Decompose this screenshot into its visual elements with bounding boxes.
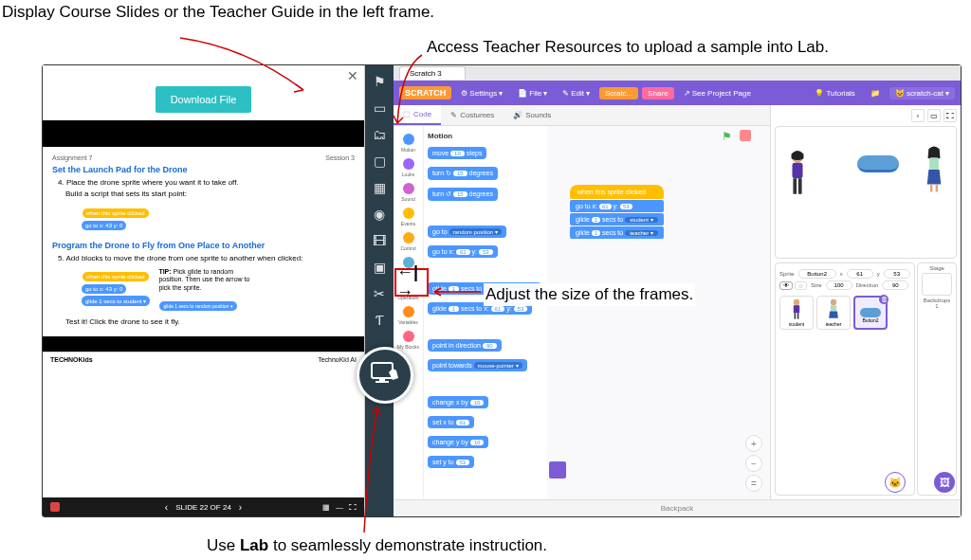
palette-block[interactable]: change y by 10 <box>428 436 488 448</box>
sprite-thumb-Button2[interactable]: 🗑Button2 <box>853 296 888 330</box>
scratch-logo: SCRATCH <box>399 86 451 99</box>
stage-full-button[interactable]: ⛶ <box>944 109 957 122</box>
backpack-bar[interactable]: Backpack 🐱 🖼 <box>394 499 961 516</box>
share-button[interactable]: Share <box>642 87 673 99</box>
category-variables[interactable] <box>403 306 414 317</box>
guide-heading-2: Program the Drone to Fly from One Place … <box>52 241 355 250</box>
palette-block[interactable]: point towards mouse-pointer ▾ <box>428 359 527 371</box>
tab-scratch[interactable]: Scratch 3 <box>399 66 466 80</box>
sprite-size-input[interactable] <box>826 280 852 290</box>
svg-rect-11 <box>797 313 799 318</box>
extensions-button[interactable] <box>549 461 566 479</box>
svg-point-8 <box>794 299 799 305</box>
fullscreen-icon[interactable]: ⛶ <box>349 503 357 512</box>
file-menu[interactable]: 📄 File ▾ <box>512 87 553 99</box>
stage-large-button[interactable]: ▭ <box>927 109 941 122</box>
category-motion[interactable] <box>403 134 414 145</box>
category-events[interactable] <box>403 208 414 219</box>
guide-black-bar <box>43 120 364 147</box>
slide-grid-icon[interactable]: ▦ <box>322 503 330 512</box>
rail-resources-icon[interactable]: 🗂 <box>367 122 392 147</box>
prev-slide-button[interactable]: ‹ <box>165 502 168 513</box>
palette-block[interactable]: point in direction 90 <box>428 339 502 352</box>
palette-block[interactable]: change x by 10 <box>428 396 488 408</box>
rail-media-icon[interactable]: ▣ <box>367 255 392 280</box>
script-block[interactable]: glide 1 secs to student ▾ <box>570 213 664 226</box>
category-looks[interactable] <box>403 158 414 170</box>
script-block[interactable]: go to x: 61 y: 53 <box>570 200 664 212</box>
zoom-in-button[interactable]: + <box>745 435 762 452</box>
palette-block[interactable]: move 10 steps <box>428 147 486 159</box>
svg-rect-13 <box>831 305 836 311</box>
svg-rect-5 <box>929 157 939 170</box>
palette-block[interactable]: turn ↺ 15 degrees <box>428 188 498 201</box>
palette-block[interactable]: set y to 53 <box>428 456 474 468</box>
palette-category-header: Motion <box>428 132 543 140</box>
sprite-thumb-student[interactable]: student <box>779 296 814 330</box>
zoom-out-button[interactable]: − <box>745 455 762 472</box>
rail-snip-icon[interactable]: ✂ <box>367 281 392 306</box>
tab-code[interactable]: ⬚Code <box>394 105 441 125</box>
sprite-thumb-teacher[interactable]: teacher <box>816 296 851 330</box>
folder-button[interactable]: 📁 <box>865 87 886 99</box>
next-slide-button[interactable]: › <box>239 502 242 513</box>
stage-preview[interactable] <box>775 126 957 259</box>
frame-resize-handle[interactable]: ←|→ <box>394 268 429 297</box>
script-stack[interactable]: when this sprite clicked go to x: 61 y: … <box>570 185 664 239</box>
sprite-student-on-stage[interactable] <box>787 150 808 202</box>
tutorials-button[interactable]: 💡 Tutorials <box>809 87 860 99</box>
palette-block[interactable]: go to random position ▾ <box>428 226 506 238</box>
rail-calc-icon[interactable]: ▦ <box>367 175 392 200</box>
slide-thumb-icon[interactable] <box>50 502 60 512</box>
show-toggle[interactable]: 👁⊘ <box>779 281 807 290</box>
stage-column: ▫ ▭ ⛶ Sprite x <box>771 105 961 499</box>
project-name-field[interactable]: Scratc... <box>599 87 638 99</box>
category-my blocks[interactable] <box>403 331 414 342</box>
sprite-name-input[interactable] <box>798 269 836 279</box>
svg-rect-15 <box>379 378 385 381</box>
block-when-sprite-clicked[interactable]: when this sprite clicked <box>570 185 664 199</box>
minimize-icon[interactable]: — <box>336 503 343 512</box>
tab-sounds[interactable]: 🔊Sounds <box>504 105 560 125</box>
sprite-direction-input[interactable] <box>882 280 908 290</box>
guide-pane: ✕ Download File Assignment 7Session 3 Se… <box>43 65 365 516</box>
annotation-resize: Adjust the size of the frames. <box>484 283 695 306</box>
rail-guide-icon[interactable]: ▭ <box>367 96 392 120</box>
user-menu[interactable]: 🐱 scratch-cat ▾ <box>889 87 955 99</box>
lab-button[interactable] <box>357 347 413 404</box>
see-project-button[interactable]: ↗ See Project Page <box>678 87 757 99</box>
rail-flag-icon[interactable]: ⚑ <box>367 69 392 94</box>
category-sound[interactable] <box>403 183 414 194</box>
stage-small-button[interactable]: ▫ <box>911 109 925 122</box>
tab-costumes[interactable]: ✎Costumes <box>441 105 504 125</box>
sprite-teacher-on-stage[interactable] <box>924 146 944 198</box>
download-file-button[interactable]: Download File <box>156 86 252 113</box>
settings-menu[interactable]: ⚙ Settings ▾ <box>455 87 508 99</box>
rail-multimedia-icon[interactable]: ◉ <box>367 202 392 226</box>
svg-rect-3 <box>798 178 802 194</box>
add-sprite-button[interactable]: 🐱 <box>885 472 906 493</box>
svg-rect-2 <box>793 178 797 194</box>
stop-button[interactable] <box>740 130 751 141</box>
sprite-x-input[interactable] <box>847 269 873 279</box>
stage-thumb-panel[interactable]: Stage Backdrops 1 <box>917 262 957 496</box>
green-flag-button[interactable]: ⚑ <box>722 130 732 143</box>
svg-rect-10 <box>795 313 797 318</box>
rail-slides-icon[interactable]: ▢ <box>367 149 392 173</box>
zoom-reset-button[interactable]: = <box>745 475 762 492</box>
sprite-button2-on-stage[interactable] <box>857 155 899 172</box>
svg-rect-6 <box>930 184 932 191</box>
edit-menu[interactable]: ✎ Edit ▾ <box>557 87 595 99</box>
sprite-y-input[interactable] <box>884 269 910 279</box>
palette-block[interactable]: turn ↻ 15 degrees <box>428 167 498 180</box>
add-backdrop-button[interactable]: 🖼 <box>934 472 955 493</box>
rail-film-icon[interactable]: 🎞 <box>367 228 392 253</box>
palette-block[interactable]: go to x: 61 y: 53 <box>428 245 498 258</box>
annotation-lab: Use Lab to seamlessly demonstrate instru… <box>207 536 547 555</box>
category-control[interactable] <box>403 232 414 244</box>
script-block[interactable]: glide 1 secs to teacher ▾ <box>570 226 664 239</box>
close-icon[interactable]: ✕ <box>347 68 358 83</box>
script-canvas[interactable]: ⚑ when this sprite clicked go to x: 61 y… <box>547 126 770 499</box>
rail-text-icon[interactable]: Ƭ <box>367 308 392 333</box>
palette-block[interactable]: set x to 61 <box>428 416 474 428</box>
